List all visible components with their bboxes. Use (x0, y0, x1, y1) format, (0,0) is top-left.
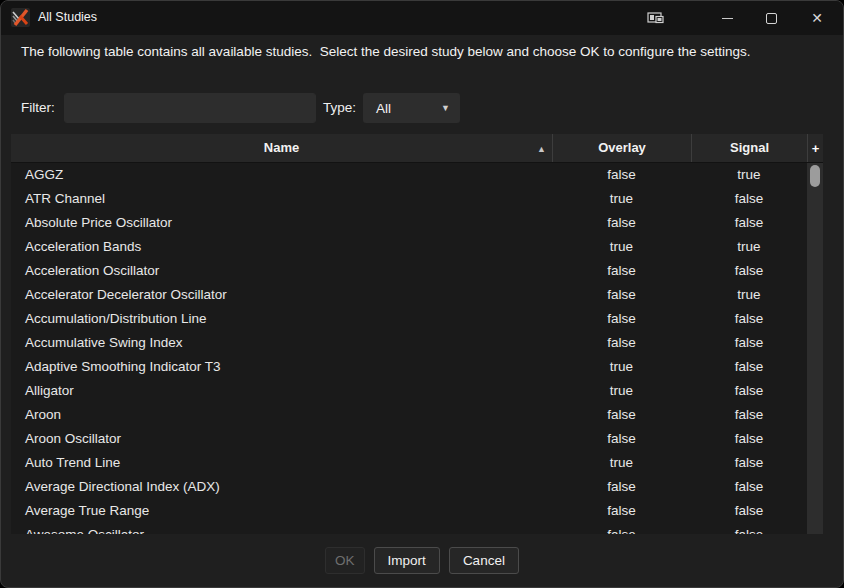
type-dropdown-value: All (363, 101, 441, 116)
overlay-cell: false (552, 307, 691, 331)
type-label: Type: (323, 93, 356, 123)
signal-cell: false (691, 211, 807, 235)
overlay-cell: true (552, 451, 691, 475)
add-column-button[interactable]: + (807, 134, 823, 162)
filter-label: Filter: (21, 93, 55, 123)
table-row[interactable]: Accelerator Decelerator Oscillator false… (11, 283, 807, 307)
type-dropdown[interactable]: All ▼ (363, 93, 460, 123)
column-header-name-label: Name (264, 140, 299, 155)
signal-cell: false (691, 427, 807, 451)
filter-input[interactable] (64, 93, 316, 123)
close-icon: ✕ (811, 11, 823, 25)
all-studies-dialog: All Studies ✕ The following table contai… (0, 0, 844, 588)
overlay-cell: false (552, 163, 691, 187)
vertical-scrollbar[interactable] (807, 163, 823, 534)
study-name-cell: Alligator (11, 379, 552, 403)
column-header-signal-label: Signal (730, 140, 769, 155)
studies-table: Name ▲ Overlay Signal + AGGZ false true … (11, 134, 823, 534)
overlay-cell: true (552, 355, 691, 379)
window-title: All Studies (38, 1, 97, 35)
table-row[interactable]: Auto Trend Line true false (11, 451, 807, 475)
overlay-cell: false (552, 331, 691, 355)
overlay-cell: true (552, 187, 691, 211)
signal-cell: false (691, 355, 807, 379)
dock-window-button[interactable] (643, 5, 669, 31)
signal-cell: true (691, 283, 807, 307)
signal-cell: false (691, 331, 807, 355)
study-name-cell: Acceleration Bands (11, 235, 552, 259)
table-row[interactable]: Aroon Oscillator false false (11, 427, 807, 451)
signal-cell: true (691, 163, 807, 187)
column-header-signal[interactable]: Signal (691, 134, 807, 162)
overlay-cell: false (552, 259, 691, 283)
table-row[interactable]: AGGZ false true (11, 163, 807, 187)
study-name-cell: ATR Channel (11, 187, 552, 211)
table-row[interactable]: Aroon false false (11, 403, 807, 427)
signal-cell: false (691, 523, 807, 534)
signal-cell: false (691, 499, 807, 523)
column-header-name[interactable]: Name ▲ (11, 134, 552, 162)
overlay-cell: false (552, 283, 691, 307)
dialog-description: The following table contains all availab… (21, 42, 809, 61)
table-row[interactable]: Acceleration Oscillator false false (11, 259, 807, 283)
table-row[interactable]: Awesome Oscillator false false (11, 523, 807, 534)
sort-ascending-icon: ▲ (537, 134, 546, 163)
overlay-cell: false (552, 523, 691, 534)
study-name-cell: Absolute Price Oscillator (11, 211, 552, 235)
overlay-cell: false (552, 499, 691, 523)
signal-cell: true (691, 235, 807, 259)
signal-cell: false (691, 379, 807, 403)
maximize-button[interactable] (758, 5, 784, 31)
app-logo-icon (11, 8, 30, 27)
table-body: AGGZ false true ATR Channel true false A… (11, 163, 807, 534)
signal-cell: false (691, 451, 807, 475)
study-name-cell: Auto Trend Line (11, 451, 552, 475)
study-name-cell: Acceleration Oscillator (11, 259, 552, 283)
minimize-button[interactable] (714, 5, 740, 31)
study-name-cell: Accelerator Decelerator Oscillator (11, 283, 552, 307)
import-button[interactable]: Import (374, 547, 440, 574)
study-name-cell: Adaptive Smoothing Indicator T3 (11, 355, 552, 379)
title-bar: All Studies ✕ (1, 1, 843, 35)
footer: OK Import Cancel (1, 547, 843, 574)
maximize-icon (766, 13, 777, 24)
table-row[interactable]: Average Directional Index (ADX) false fa… (11, 475, 807, 499)
signal-cell: false (691, 403, 807, 427)
signal-cell: false (691, 475, 807, 499)
overlay-cell: false (552, 475, 691, 499)
overlay-cell: true (552, 235, 691, 259)
overlay-cell: false (552, 427, 691, 451)
close-button[interactable]: ✕ (804, 5, 830, 31)
chevron-down-icon: ▼ (441, 103, 460, 113)
cancel-button[interactable]: Cancel (449, 547, 519, 574)
minimize-icon (722, 18, 733, 19)
column-header-overlay-label: Overlay (598, 140, 646, 155)
study-name-cell: Accumulation/Distribution Line (11, 307, 552, 331)
table-row[interactable]: Average True Range false false (11, 499, 807, 523)
overlay-cell: false (552, 403, 691, 427)
study-name-cell: Average Directional Index (ADX) (11, 475, 552, 499)
table-row[interactable]: Acceleration Bands true true (11, 235, 807, 259)
dock-window-icon (647, 11, 665, 25)
table-row[interactable]: Absolute Price Oscillator false false (11, 211, 807, 235)
table-row[interactable]: ATR Channel true false (11, 187, 807, 211)
study-name-cell: Average True Range (11, 499, 552, 523)
scrollbar-thumb[interactable] (810, 165, 820, 187)
study-name-cell: Accumulative Swing Index (11, 331, 552, 355)
table-header: Name ▲ Overlay Signal + (11, 134, 823, 163)
table-row[interactable]: Accumulation/Distribution Line false fal… (11, 307, 807, 331)
ok-button[interactable]: OK (325, 547, 365, 574)
signal-cell: false (691, 259, 807, 283)
study-name-cell: Aroon Oscillator (11, 427, 552, 451)
overlay-cell: false (552, 211, 691, 235)
study-name-cell: Awesome Oscillator (11, 523, 552, 534)
signal-cell: false (691, 187, 807, 211)
overlay-cell: true (552, 379, 691, 403)
study-name-cell: Aroon (11, 403, 552, 427)
study-name-cell: AGGZ (11, 163, 552, 187)
column-header-overlay[interactable]: Overlay (552, 134, 691, 162)
table-row[interactable]: Adaptive Smoothing Indicator T3 true fal… (11, 355, 807, 379)
table-row[interactable]: Alligator true false (11, 379, 807, 403)
table-row[interactable]: Accumulative Swing Index false false (11, 331, 807, 355)
plus-icon: + (812, 142, 820, 155)
